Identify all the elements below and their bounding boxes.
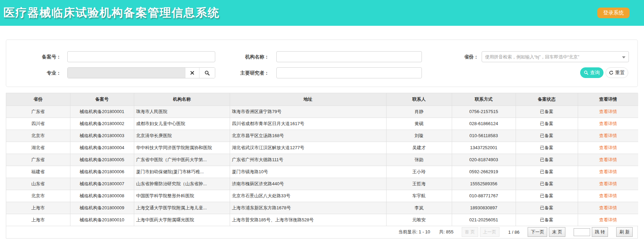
cell-address: 厦门市镇海路10号 <box>230 166 386 178</box>
table-row: 福建省械临机构备201800006厦门市妇幼保健院(厦门市林巧稚...厦门市镇海… <box>6 166 638 178</box>
chevron-down-icon[interactable] <box>622 56 625 58</box>
column-header: 备案状态 <box>516 93 578 106</box>
cell-detail: 查看详情 <box>578 106 638 118</box>
cell-phone: 021-20256051 <box>452 214 516 226</box>
researcher-input[interactable] <box>276 67 422 78</box>
cell-contact: 黄砚 <box>386 118 452 130</box>
province-select[interactable] <box>482 51 629 62</box>
province-label: 省份： <box>444 51 479 62</box>
cell-phone: 010-56118583 <box>452 130 516 142</box>
cell-contact: 肖静 <box>386 106 452 118</box>
cell-status: 已备案 <box>516 202 578 214</box>
view-detail-link[interactable]: 查看详情 <box>599 145 617 150</box>
cell-province: 福建省 <box>6 166 70 178</box>
reset-button-label: 重置 <box>615 70 625 76</box>
query-button[interactable]: 查询 <box>580 67 603 78</box>
cell-org-name: 上海交通大学医学院附属上海儿童... <box>134 202 230 214</box>
view-detail-link[interactable]: 查看详情 <box>599 217 617 222</box>
cell-detail: 查看详情 <box>578 118 638 130</box>
cell-province: 北京市 <box>6 130 70 142</box>
cell-province: 山东省 <box>6 178 70 190</box>
cell-filing-no: 械临机构备201800002 <box>70 118 134 130</box>
filing-no-input[interactable] <box>67 51 215 62</box>
cell-phone: 028-61866124 <box>452 118 516 130</box>
cell-address: 湖北省武汉市江汉区解放大道1277号 <box>230 142 386 154</box>
pagination-bar: 当前显示: 1 - 10 共: 855 首 页 上一页 1 / 86 下一页 末… <box>6 226 637 238</box>
cell-address: 广东省广州市大德路111号 <box>230 154 386 166</box>
view-detail-link[interactable]: 查看详情 <box>599 169 617 174</box>
jump-page-input[interactable] <box>574 228 590 236</box>
jump-button[interactable]: 跳 转 <box>592 227 608 237</box>
app-header: 医疗器械临床试验机构备案管理信息系统 登录系统 <box>0 0 644 26</box>
specialty-label: 专业： <box>23 67 61 78</box>
table-row: 上海市械临机构备201800009上海交通大学医学院附属上海儿童...上海市浦东… <box>6 202 638 214</box>
cell-filing-no: 械临机构备201800003 <box>70 130 134 142</box>
org-name-input[interactable] <box>276 51 422 62</box>
specialty-search-button[interactable] <box>199 68 215 78</box>
table-row: 四川省械临机构备201800002成都市妇女儿童中心医院四川省成都市青羊区日月大… <box>6 118 638 130</box>
cell-status: 已备案 <box>516 214 578 226</box>
cell-detail: 查看详情 <box>578 142 638 154</box>
view-detail-link[interactable]: 查看详情 <box>599 205 617 210</box>
cell-org-name: 成都市妇女儿童中心医院 <box>134 118 230 130</box>
column-header: 备案号 <box>70 93 134 106</box>
reset-button[interactable]: 重置 <box>606 67 628 78</box>
cell-phone: 15552589356 <box>452 178 516 190</box>
first-page-button[interactable]: 首 页 <box>462 227 478 237</box>
total-count-text: 共: 855 <box>439 229 453 235</box>
cell-address: 济南市槐荫区济兖路440号 <box>230 178 386 190</box>
cell-detail: 查看详情 <box>578 190 638 202</box>
results-block: 省份备案号机构名称地址联系人联系方式备案状态查看详情 广东省械临机构备20180… <box>6 93 638 239</box>
cell-status: 已备案 <box>516 190 578 202</box>
view-detail-link[interactable]: 查看详情 <box>599 181 617 186</box>
table-row: 北京市械临机构备201800008中国医学科学院整形外科医院北京市石景山区八大处… <box>6 190 638 202</box>
cell-address: 四川省成都市青羊区日月大道1617号 <box>230 118 386 130</box>
column-header: 地址 <box>230 93 386 106</box>
refresh-icon <box>609 70 613 75</box>
view-detail-link[interactable]: 查看详情 <box>599 121 617 126</box>
view-detail-link[interactable]: 查看详情 <box>599 133 617 138</box>
cell-filing-no: 械临机构备201800006 <box>70 166 134 178</box>
cell-contact: 刘璇 <box>386 130 452 142</box>
cell-province: 广东省 <box>6 154 70 166</box>
cell-filing-no: 械临机构备201800004 <box>70 142 134 154</box>
cell-province: 广东省 <box>6 106 70 118</box>
cell-address: 北京市昌平区立汤路168号 <box>230 130 386 142</box>
cell-filing-no: 械临机构备201800007 <box>70 178 134 190</box>
cell-org-name: 厦门市妇幼保健院(厦门市林巧稚... <box>134 166 230 178</box>
search-icon <box>205 70 210 76</box>
cell-phone: 020-81874903 <box>452 154 516 166</box>
cell-org-name: 华中科技大学同济医学院附属协和医院 <box>134 142 230 154</box>
province-select-input[interactable] <box>482 52 629 62</box>
cell-filing-no: 械临机构备201800009 <box>70 202 134 214</box>
cell-detail: 查看详情 <box>578 202 638 214</box>
view-detail-link[interactable]: 查看详情 <box>599 157 617 162</box>
view-detail-link[interactable]: 查看详情 <box>599 193 617 198</box>
table-row: 北京市械临机构备201800003北京清华长庚医院北京市昌平区立汤路168号刘璇… <box>6 130 638 142</box>
prev-page-button[interactable]: 上一页 <box>480 227 499 237</box>
cell-contact: 车宇航 <box>386 190 452 202</box>
cell-detail: 查看详情 <box>578 154 638 166</box>
page-indicator: 1 / 86 <box>508 230 520 235</box>
cell-phone: 0592-2662919 <box>452 166 516 178</box>
cell-contact: 李岚 <box>386 202 452 214</box>
cell-org-name: 中国医学科学院整形外科医院 <box>134 190 230 202</box>
login-button[interactable]: 登录系统 <box>597 8 630 18</box>
cell-org-name: 广东省中医院（广州中医药大学第... <box>134 154 230 166</box>
last-page-button[interactable]: 末 页 <box>549 227 565 237</box>
column-header: 查看详情 <box>578 93 638 106</box>
next-page-button[interactable]: 下一页 <box>528 227 547 237</box>
table-body: 广东省械临机构备201800001珠海市人民医院珠海市香洲区康宁路79号肖静07… <box>6 106 638 226</box>
cell-contact: 张勋 <box>386 154 452 166</box>
cell-org-name: 上海中医药大学附属曙光医院 <box>134 214 230 226</box>
specialty-field-group <box>67 67 215 78</box>
cell-org-name: 山东省肿瘤防治研究院（山东省肿... <box>134 178 230 190</box>
cell-phone: 13437252001 <box>452 142 516 154</box>
view-detail-link[interactable]: 查看详情 <box>599 109 617 114</box>
refresh-button[interactable]: 刷 新 <box>616 227 633 237</box>
specialty-clear-button[interactable] <box>185 68 199 78</box>
cell-province: 上海市 <box>6 214 70 226</box>
specialty-input[interactable] <box>68 68 185 78</box>
cell-org-name: 珠海市人民医院 <box>134 106 230 118</box>
table-header-row: 省份备案号机构名称地址联系人联系方式备案状态查看详情 <box>6 93 638 106</box>
